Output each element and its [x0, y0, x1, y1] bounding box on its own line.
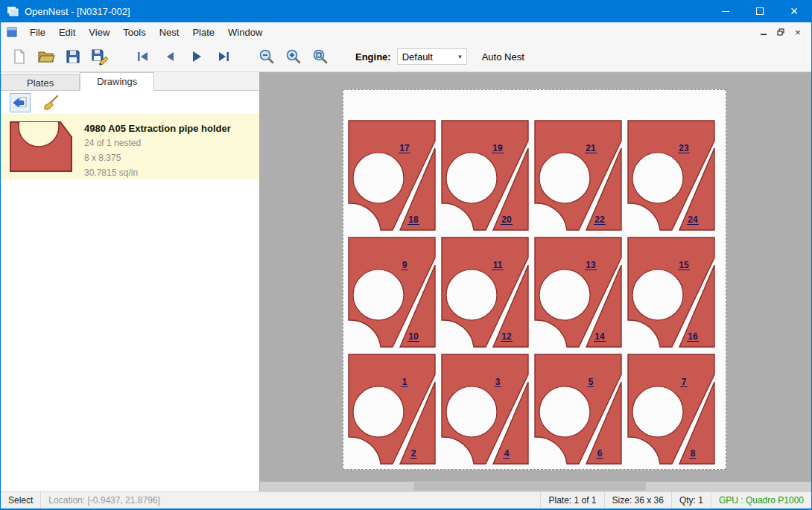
- drawing-area: 30.7815 sq/in: [84, 167, 231, 179]
- new-page-icon: [11, 48, 28, 65]
- next-plate-button[interactable]: [185, 45, 208, 68]
- close-button[interactable]: ×: [777, 0, 811, 22]
- nested-part-pair[interactable]: 34: [440, 352, 530, 466]
- menu-edit[interactable]: Edit: [52, 22, 82, 42]
- status-qty: Qty: 1: [672, 492, 711, 509]
- nav-first-icon: [135, 48, 151, 65]
- zoom-out-button[interactable]: [256, 45, 278, 68]
- zoom-fit-button[interactable]: [309, 45, 332, 68]
- status-size: Size: 36 x 36: [605, 492, 671, 509]
- save-button[interactable]: [62, 45, 84, 68]
- engine-value: Default: [402, 51, 433, 63]
- tab-drawings[interactable]: Drawings: [80, 72, 154, 91]
- part-number: 2: [411, 448, 416, 459]
- new-button[interactable]: [8, 45, 31, 68]
- mdi-close-button[interactable]: ×: [790, 25, 805, 39]
- part-number: 12: [501, 331, 512, 342]
- floppy-icon: [65, 48, 81, 65]
- part-thumbnail: [7, 118, 75, 176]
- main-area: Plates Drawings: [1, 72, 811, 491]
- status-plate: Plate: 1 of 1: [541, 492, 603, 509]
- part-number: 1: [402, 377, 407, 387]
- mdi-restore-button[interactable]: [773, 25, 788, 39]
- folder-icon: [37, 48, 55, 65]
- nested-part-pair[interactable]: 910: [346, 235, 437, 349]
- part-circle-cutout: [446, 153, 497, 203]
- nested-part-pair[interactable]: 12: [346, 352, 437, 466]
- nav-last-icon: [215, 48, 232, 65]
- tab-plates[interactable]: Plates: [1, 74, 80, 90]
- drawing-list-item[interactable]: 4980 A05 Extraction pipe holder 24 of 1 …: [1, 114, 259, 179]
- nested-part-pair[interactable]: 1112: [440, 235, 530, 349]
- menu-file[interactable]: File: [23, 22, 52, 42]
- minimize-button[interactable]: [708, 0, 743, 22]
- nav-prev-icon: [162, 48, 178, 65]
- auto-nest-button[interactable]: Auto Nest: [482, 51, 524, 63]
- horizontal-scrollbar[interactable]: [260, 482, 811, 491]
- last-plate-button[interactable]: [212, 45, 235, 68]
- open-button[interactable]: [35, 45, 57, 68]
- part-number: 20: [501, 214, 512, 225]
- status-mode: Select: [1, 492, 40, 509]
- prev-plate-button[interactable]: [159, 45, 181, 68]
- engine-label: Engine:: [355, 51, 391, 63]
- part-number: 9: [402, 260, 407, 270]
- part-circle-cutout: [632, 386, 683, 437]
- floppy-pencil-icon: [91, 48, 109, 66]
- nest-view-canvas[interactable]: 171819202122232491011121314151612345678: [260, 72, 811, 491]
- zoom-in-button[interactable]: [282, 45, 305, 68]
- window-title: OpenNest - [N0317-002]: [25, 6, 130, 17]
- tab-strip: Plates Drawings: [1, 72, 259, 91]
- status-gpu: GPU : Quadro P1000: [711, 492, 811, 509]
- send-to-plate-button[interactable]: [10, 93, 31, 112]
- part-circle-cutout: [632, 153, 683, 203]
- menu-plate[interactable]: Plate: [185, 22, 221, 42]
- nested-part-pair[interactable]: 1920: [440, 118, 530, 232]
- toolbar: Engine: Default ▾ Auto Nest: [1, 42, 811, 72]
- menu-window[interactable]: Window: [221, 22, 269, 42]
- app-icon: [7, 5, 19, 17]
- part-number: 3: [495, 377, 501, 387]
- part-number: 7: [682, 377, 687, 387]
- part-number: 15: [679, 260, 689, 270]
- clean-button[interactable]: [41, 93, 62, 112]
- plate-sheet[interactable]: 171819202122232491011121314151612345678: [343, 89, 726, 470]
- part-circle-cutout: [539, 386, 590, 437]
- scrollbar-thumb[interactable]: [414, 482, 646, 491]
- part-number: 22: [594, 214, 605, 225]
- save-edit-button[interactable]: [89, 45, 111, 68]
- menu-view[interactable]: View: [82, 22, 116, 42]
- nested-part-pair[interactable]: 1516: [626, 235, 717, 349]
- part-number: 8: [691, 448, 696, 459]
- nested-part-pair[interactable]: 1718: [346, 118, 437, 232]
- nav-next-icon: [188, 48, 205, 65]
- part-number: 18: [408, 214, 419, 225]
- menu-tools[interactable]: Tools: [116, 22, 152, 42]
- part-circle-cutout: [446, 270, 497, 320]
- mdi-minimize-icon: [759, 28, 768, 36]
- maximize-button[interactable]: [743, 0, 777, 22]
- part-number: 23: [679, 143, 689, 153]
- nested-part-pair[interactable]: 56: [533, 352, 624, 466]
- menu-nest[interactable]: Nest: [153, 22, 186, 42]
- nested-part-pair[interactable]: 1314: [533, 235, 624, 349]
- zoom-fit-icon: [311, 48, 329, 66]
- nested-part-pair[interactable]: 2122: [533, 118, 624, 232]
- engine-select[interactable]: Default ▾: [397, 48, 467, 65]
- part-number: 6: [597, 448, 603, 459]
- mdi-minimize-button[interactable]: [756, 25, 771, 39]
- part-number: 21: [586, 143, 596, 153]
- maximize-icon: [756, 7, 764, 15]
- mdi-child-icon: [6, 26, 18, 38]
- broom-icon: [43, 95, 60, 111]
- part-circle-cutout: [353, 386, 404, 437]
- first-plate-button[interactable]: [132, 45, 154, 68]
- nested-part-pair[interactable]: 78: [626, 352, 717, 466]
- part-number: 24: [688, 214, 698, 225]
- part-circle-cutout: [446, 386, 497, 437]
- part-number: 5: [589, 377, 594, 387]
- minimize-icon: [722, 11, 729, 12]
- part-number: 13: [586, 260, 596, 270]
- window-controls: ×: [708, 0, 811, 22]
- nested-part-pair[interactable]: 2324: [626, 118, 717, 232]
